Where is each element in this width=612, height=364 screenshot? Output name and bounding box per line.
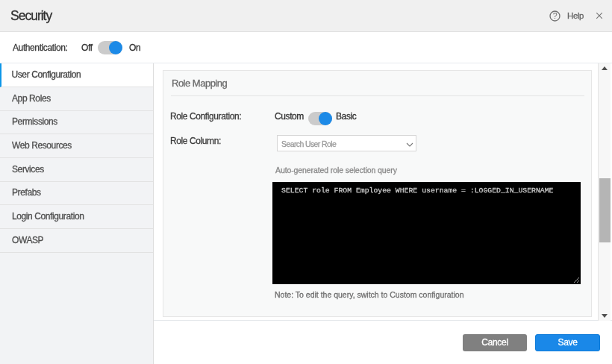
svg-text:?: ? xyxy=(553,11,558,20)
